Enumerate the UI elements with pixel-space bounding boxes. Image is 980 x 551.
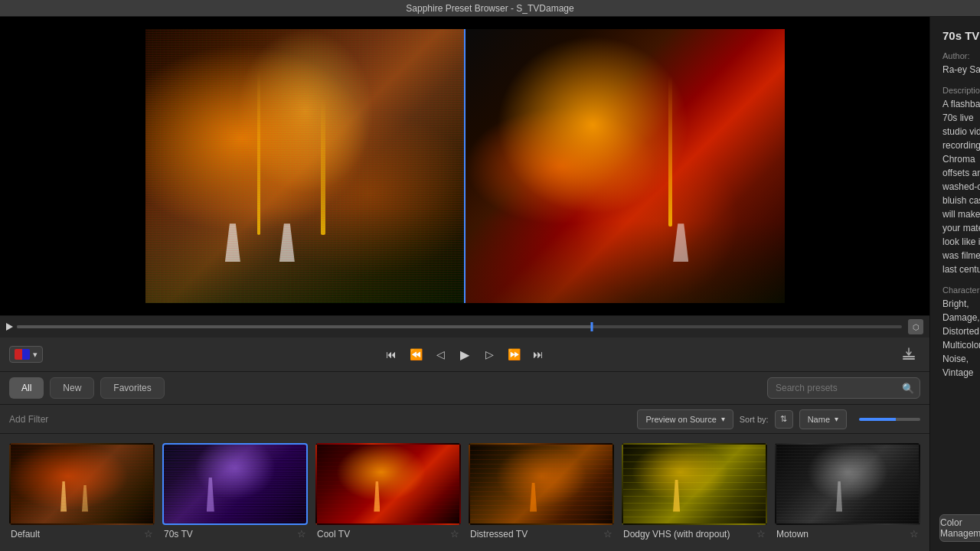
- favorite-icon-cooltv[interactable]: ☆: [450, 528, 459, 540]
- filter-tab-new[interactable]: New: [50, 377, 94, 399]
- preset-options-bar: Add Filter Preview on Source ▾ Sort by: …: [0, 405, 929, 434]
- preset-label-dodgy: Dodgy VHS (with dropout): [623, 529, 730, 540]
- right-sidebar: 70s TV Author: Ra-ey Saleh Description: …: [929, 17, 980, 551]
- svg-rect-0: [903, 356, 915, 357]
- loop-btn[interactable]: ⬡: [908, 319, 923, 334]
- skip-to-end-button[interactable]: ⏭: [528, 344, 549, 365]
- sort-name-button[interactable]: Name ▾: [799, 409, 847, 429]
- preset-item-dodgy[interactable]: Dodgy VHS (with dropout) ☆: [622, 443, 767, 540]
- export-button[interactable]: [897, 343, 920, 366]
- color-swatch: [15, 349, 30, 360]
- transport-area: ⬡ ▾ ⏮ ⏪ ◁ ▶ ▷ ⏩ ⏭: [0, 315, 929, 371]
- description-label: Description:: [942, 86, 980, 95]
- scanline-overlay: [145, 29, 466, 303]
- preset-item-70stv[interactable]: 70s TV ☆: [162, 443, 308, 540]
- favorite-icon-dodgy[interactable]: ☆: [756, 528, 766, 540]
- scrubber-fill: [17, 325, 592, 328]
- preview-source-button[interactable]: Preview on Source ▾: [637, 409, 733, 429]
- preset-item-cooltv[interactable]: Cool TV ☆: [315, 443, 461, 540]
- author-label: Author:: [942, 51, 980, 60]
- step-back-button[interactable]: ◁: [430, 344, 451, 365]
- color-management-button[interactable]: Color Management: [939, 514, 980, 542]
- scrubber-track[interactable]: [17, 325, 902, 328]
- rewind-button[interactable]: ⏪: [405, 344, 426, 365]
- fast-forward-button[interactable]: ⏩: [503, 344, 524, 365]
- preview-divider: [464, 29, 466, 303]
- preset-info-title: 70s TV: [942, 29, 980, 42]
- characteristics-section: Characteristics: Bright, Damage, Distort…: [942, 285, 980, 380]
- search-icon: 🔍: [902, 383, 914, 394]
- preset-thumb-cooltv: [315, 443, 461, 525]
- dropdown-arrow-icon: ▾: [721, 415, 725, 423]
- preset-thumb-distressed: [469, 443, 614, 525]
- preview-left: [145, 29, 466, 303]
- play-button[interactable]: ▶: [454, 344, 475, 365]
- characteristics-label: Characteristics:: [942, 285, 980, 295]
- thumbnail-size-slider[interactable]: [859, 418, 920, 421]
- sort-dropdown-arrow-icon: ▾: [835, 415, 838, 423]
- filter-tab-favorites[interactable]: Favorites: [100, 377, 164, 399]
- preview-right: [465, 29, 785, 303]
- left-area: ⬡ ▾ ⏮ ⏪ ◁ ▶ ▷ ⏩ ⏭: [0, 17, 929, 551]
- title-bar: Sapphire Preset Browser - S_TVDamage: [0, 0, 980, 17]
- skip-to-start-button[interactable]: ⏮: [381, 344, 402, 365]
- sort-order-button[interactable]: ⇅: [775, 410, 793, 429]
- add-filter-button[interactable]: Add Filter: [9, 414, 48, 425]
- window-title: Sapphire Preset Browser - S_TVDamage: [406, 3, 573, 14]
- favorite-icon-distressed[interactable]: ☆: [603, 528, 612, 540]
- transport-controls: ▾ ⏮ ⏪ ◁ ▶ ▷ ⏩ ⏭: [0, 337, 929, 371]
- preset-thumb-70stv: [162, 443, 308, 525]
- preset-label-default: Default: [11, 529, 40, 540]
- main-layout: ⬡ ▾ ⏮ ⏪ ◁ ▶ ▷ ⏩ ⏭: [0, 17, 980, 551]
- preset-label-70stv: 70s TV: [164, 529, 193, 540]
- favorite-icon-70stv[interactable]: ☆: [297, 528, 306, 540]
- favorite-icon-default[interactable]: ☆: [144, 528, 153, 540]
- preset-item-motown[interactable]: Motown ☆: [775, 443, 920, 540]
- preview-split: [145, 29, 785, 303]
- author-value: Ra-ey Saleh: [942, 63, 980, 77]
- preset-item-default[interactable]: Default ☆: [9, 443, 155, 540]
- preset-label-motown: Motown: [776, 529, 808, 540]
- preset-label-cooltv: Cool TV: [317, 529, 350, 540]
- scrubber-head: [591, 322, 593, 331]
- light-beam-2: [321, 98, 325, 235]
- preset-thumb-dodgy: [622, 443, 767, 525]
- description-value: A flashback to 70s live studio video rec…: [942, 97, 980, 276]
- svg-rect-1: [903, 358, 915, 360]
- filter-bar: All New Favorites 🔍: [0, 371, 929, 405]
- silhouette-1: [225, 223, 240, 262]
- description-section: Description: A flashback to 70s live stu…: [942, 86, 980, 276]
- preset-item-distressed[interactable]: Distressed TV ☆: [469, 443, 614, 540]
- step-forward-button[interactable]: ▷: [479, 344, 500, 365]
- author-section: Author: Ra-ey Saleh: [942, 51, 980, 77]
- light-beam-1: [257, 70, 260, 235]
- filter-tab-all[interactable]: All: [9, 377, 44, 399]
- search-input[interactable]: [767, 377, 920, 399]
- field-overlay: [145, 207, 466, 303]
- thumbnails-area: Default ☆ 70s TV ☆: [0, 434, 929, 551]
- light-beam-3: [668, 76, 672, 227]
- sort-label: Sort by:: [740, 415, 769, 424]
- favorite-icon-motown[interactable]: ☆: [910, 528, 919, 540]
- play-position-marker: [6, 323, 13, 331]
- color-picker-button[interactable]: ▾: [9, 346, 43, 363]
- preset-label-distressed: Distressed TV: [470, 529, 528, 540]
- silhouette-2: [279, 223, 295, 262]
- preset-info: 70s TV Author: Ra-ey Saleh Description: …: [930, 17, 980, 514]
- preset-thumb-motown: [775, 443, 920, 525]
- preset-thumb-default: [9, 443, 155, 525]
- scrubber-bar[interactable]: ⬡: [0, 316, 929, 337]
- field-overlay-r: [465, 221, 785, 303]
- characteristics-value: Bright, Damage, Distorted, Multicolored,…: [942, 297, 980, 380]
- preview-area: [0, 17, 929, 315]
- search-box: 🔍: [767, 377, 920, 399]
